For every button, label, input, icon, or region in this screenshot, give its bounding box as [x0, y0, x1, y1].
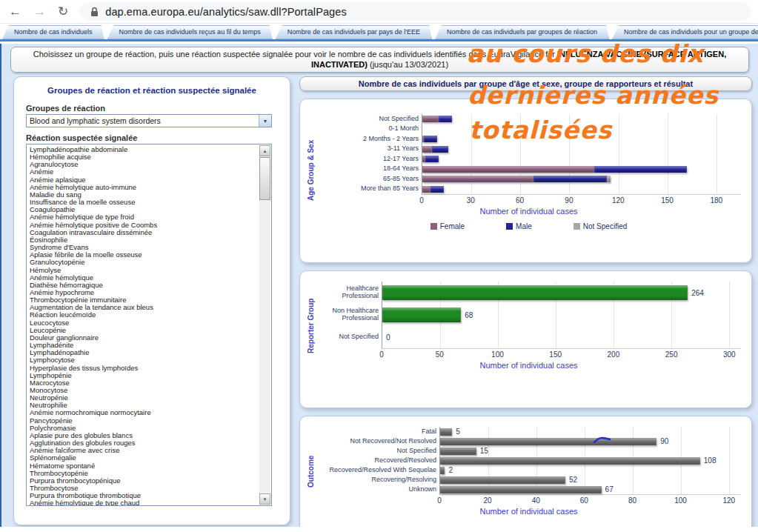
list-item[interactable]: Granulocytopénie — [30, 259, 258, 266]
list-item[interactable]: Thrombocytopénie immunitaire — [30, 296, 258, 304]
bar-male[interactable] — [425, 156, 439, 162]
legend-label: Male — [516, 222, 532, 230]
category-label: Not Specified — [316, 114, 422, 124]
list-item[interactable]: Hyperplasie des tissus lymphoïdes — [30, 365, 258, 372]
list-item[interactable]: Anémie hémolytique de type chaud — [30, 499, 258, 506]
list-item[interactable]: Hématome spontané — [30, 462, 258, 470]
list-item[interactable]: Anémie hémolytique auto-immune — [30, 184, 258, 191]
list-item[interactable]: Anémie aplasique — [30, 176, 258, 184]
portal-tab-1[interactable]: Nombre de cas individuels — [2, 25, 104, 39]
bar-female[interactable] — [422, 176, 533, 182]
y-axis-label: Age Group & Sex — [305, 110, 316, 230]
charts-column: Nombre de cas individuels par groupe d'â… — [299, 76, 752, 532]
list-item[interactable]: Hémophilie acquise — [30, 153, 258, 161]
chevron-down-icon[interactable]: ▼ — [259, 115, 271, 127]
list-item[interactable]: Anémie falciforme avec crise — [30, 447, 258, 454]
list-item[interactable]: Anémie hypochrome — [30, 289, 258, 296]
back-icon[interactable]: ← — [9, 5, 21, 18]
bar-female[interactable] — [422, 146, 432, 153]
bar-cases[interactable] — [382, 285, 688, 300]
list-item[interactable]: Agranulocytose — [30, 161, 258, 168]
list-item[interactable]: Aplasie fébrile de la moelle osseuse — [30, 251, 258, 259]
bar-not-specified[interactable] — [607, 176, 610, 182]
list-item[interactable]: Lymphadénite — [30, 342, 258, 349]
bar-male[interactable] — [424, 136, 437, 142]
bar-female[interactable] — [422, 186, 430, 193]
list-item[interactable]: Anémie hémolytique positive de Coombs — [30, 222, 258, 229]
bar-male[interactable] — [432, 146, 448, 153]
suspected-reaction-listbox[interactable]: Lymphadénopathie abdominaleHémophilie ac… — [26, 144, 272, 506]
instruction-text: Choisissez un groupe de réaction, puis u… — [33, 50, 557, 59]
list-item[interactable]: Polychromasie — [30, 425, 258, 432]
list-item[interactable]: Coagulation intravasculaire disséminée — [30, 229, 258, 236]
list-item[interactable]: Douleur ganglionnaire — [30, 334, 258, 342]
bar-male[interactable] — [430, 186, 444, 193]
bar-cases[interactable] — [440, 448, 476, 455]
portal-tab-3[interactable]: Nombre de cas individuels par pays de l'… — [276, 25, 432, 39]
category-label: Not Specified — [316, 326, 382, 348]
axis-tick-row: 020406080100120 — [316, 496, 741, 505]
list-item[interactable]: Neutropénie — [30, 394, 258, 402]
bar-female[interactable] — [422, 166, 594, 173]
list-item[interactable]: Éosinophilie — [30, 236, 258, 244]
list-item[interactable]: Anémie — [30, 168, 258, 176]
list-item[interactable]: Agglutination des globules rouges — [30, 439, 258, 447]
category-label: Not Specified — [316, 446, 439, 456]
list-item[interactable]: Leucopénie — [30, 327, 258, 334]
bar-male[interactable] — [439, 116, 452, 122]
list-item[interactable]: Aplasie pure des globules blancs — [30, 432, 258, 439]
list-item[interactable]: Réaction leucémoïde — [30, 311, 258, 319]
list-item[interactable]: Insuffisance de la moelle osseuse — [30, 199, 258, 206]
legend-swatch — [430, 223, 437, 230]
bar-female[interactable] — [422, 116, 439, 122]
plot-area — [422, 114, 741, 195]
forward-icon[interactable]: → — [33, 5, 46, 18]
reload-icon[interactable]: ↻ — [58, 5, 68, 18]
list-item[interactable]: Hémolyse — [30, 267, 258, 274]
portal-tab-4[interactable]: Nombre de cas individuels par groupes de… — [435, 25, 609, 39]
bar-male[interactable] — [594, 166, 688, 173]
scroll-up-icon[interactable]: ▲ — [259, 145, 270, 156]
scroll-down-icon[interactable]: ▼ — [259, 493, 270, 505]
bar-cases[interactable] — [440, 457, 700, 465]
list-item[interactable]: Lymphadénopathie — [30, 349, 258, 356]
reaction-group-dropdown[interactable]: Blood and lymphatic system disorders ▼ — [26, 114, 272, 127]
list-item[interactable]: Thrombocytose — [30, 485, 258, 492]
bar-cases[interactable] — [382, 307, 461, 322]
legend-label: Not Specified — [583, 222, 627, 230]
list-item[interactable]: Purpura thrombotique thrombotique — [30, 492, 258, 499]
list-item[interactable]: Lymphocytose — [30, 356, 258, 364]
bar-row: 90 — [440, 436, 741, 446]
list-item[interactable]: Splénomégalie — [30, 454, 258, 462]
list-item[interactable]: Lymphadénopathie abdominale — [30, 146, 258, 153]
list-item[interactable]: Purpura thrombocytopénique — [30, 477, 258, 485]
address-bar[interactable]: dap.ema.europa.eu/analytics/saw.dll?Port… — [80, 2, 751, 21]
list-item[interactable]: Neutrophilie — [30, 402, 258, 409]
category-label: Not Recovered/Not Resolved — [316, 436, 439, 446]
list-item[interactable]: Coagulopathie — [30, 206, 258, 213]
listbox-scrollbar[interactable]: ▲ ▼ — [259, 145, 270, 505]
list-item[interactable]: Pancytopénie — [30, 417, 258, 425]
category-label: Healthcare Professional — [316, 282, 382, 304]
list-item[interactable]: Leucocytose — [30, 319, 258, 327]
list-item[interactable]: Augmentation de la tendance aux bleus — [30, 304, 258, 311]
list-item[interactable]: Monocytose — [30, 387, 258, 394]
list-item[interactable]: Anémie hémolytique — [30, 274, 258, 282]
list-item[interactable]: Anémie hémolytique de type froid — [30, 213, 258, 221]
bar-cases[interactable] — [440, 438, 656, 445]
list-item[interactable]: Macrocytose — [30, 379, 258, 387]
bar-cases[interactable] — [440, 486, 602, 493]
bar-male[interactable] — [533, 176, 607, 182]
portal-tab-2[interactable]: Nombre de cas individuels reçus au fil d… — [107, 25, 273, 39]
bar-cases[interactable] — [440, 428, 452, 436]
bar-cases[interactable] — [440, 476, 565, 484]
list-item[interactable]: Anémie normochromique normocytaire — [30, 409, 258, 416]
list-item[interactable]: Syndrome d'Evans — [30, 244, 258, 251]
portal-tab-5[interactable]: Nombre de cas individuels pour un groupe… — [612, 25, 758, 39]
scrollbar-thumb[interactable] — [259, 157, 270, 200]
list-item[interactable]: Lymphopénie — [30, 372, 258, 379]
bar-cases[interactable] — [440, 467, 445, 474]
list-item[interactable]: Diathèse hémorragique — [30, 282, 258, 289]
list-item[interactable]: Maladie du sang — [30, 191, 258, 199]
list-item[interactable]: Thrombocytopénie — [30, 470, 258, 477]
